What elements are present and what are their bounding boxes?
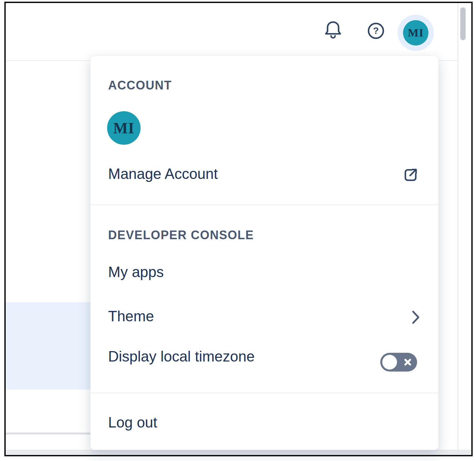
scrollbar-thumb[interactable]: [460, 7, 466, 40]
log-out-item[interactable]: Log out: [90, 413, 439, 432]
account-avatar-button[interactable]: MI: [398, 15, 434, 51]
notifications-button[interactable]: [324, 19, 342, 40]
display-local-timezone-label: Display local timezone: [108, 348, 255, 365]
question-mark-icon: ?: [367, 22, 385, 40]
bell-icon: [324, 19, 342, 40]
external-link-icon[interactable]: [403, 167, 419, 183]
help-button[interactable]: ?: [367, 22, 385, 40]
developer-console-section-label: DEVELOPER CONSOLE: [108, 227, 254, 243]
scrollbar-track: [458, 3, 458, 455]
log-out-label: Log out: [108, 414, 157, 431]
manage-account-label: Manage Account: [108, 166, 218, 182]
svg-text:?: ?: [373, 25, 379, 36]
background-footer-band: [6, 450, 471, 455]
account-section-label: ACCOUNT: [108, 78, 172, 93]
my-apps-label: My apps: [108, 264, 164, 280]
chevron-right-icon: [410, 310, 421, 325]
theme-item[interactable]: Theme: [90, 307, 439, 325]
toggle-off-x-icon: [403, 357, 412, 367]
menu-avatar[interactable]: MI: [107, 111, 141, 145]
manage-account-item[interactable]: Manage Account: [90, 164, 439, 183]
toggle-knob: [382, 355, 397, 370]
menu-divider: [90, 204, 439, 205]
theme-label: Theme: [108, 308, 154, 324]
timezone-toggle[interactable]: [380, 353, 417, 372]
menu-divider: [90, 393, 439, 393]
avatar: MI: [403, 20, 428, 46]
account-dropdown-menu: ACCOUNT MI Manage Account DEVELOPER CONS…: [90, 56, 439, 450]
my-apps-item[interactable]: My apps: [90, 263, 439, 281]
